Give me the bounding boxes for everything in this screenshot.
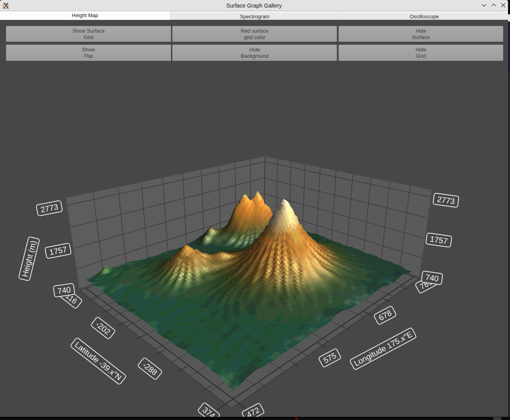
svg-text:740: 740	[425, 273, 439, 283]
svg-text:740: 740	[57, 285, 71, 295]
